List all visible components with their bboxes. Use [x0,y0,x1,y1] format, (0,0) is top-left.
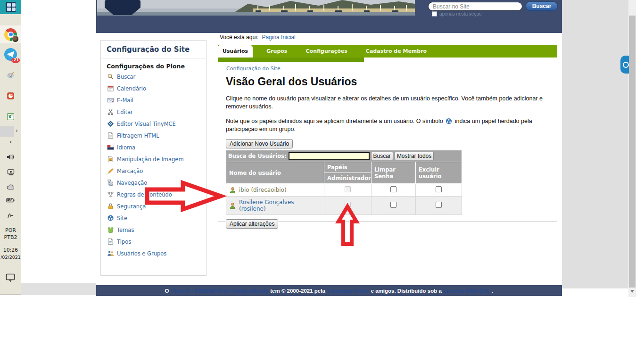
user-groups-tabs: Usuários Grupos Configurações Cadastro d… [218,45,557,58]
table-row: Rosilene Gonçalves (rosilene) [226,197,462,215]
paint-palette-icon [7,72,14,79]
tray-onedrive[interactable] [0,181,21,193]
taskbar-paint[interactable] [0,66,21,84]
footer-foundation-link[interactable]: Fundação Plone [327,288,369,294]
tray-cast[interactable] [0,166,21,178]
user-link[interactable]: ibio (direcaoibio) [239,187,287,193]
sidebar-item-regras-conteudo[interactable]: Regras de Conteúdo [101,189,206,200]
language-indicator-line1[interactable]: POR [0,227,21,233]
powerpoint-icon [7,92,14,99]
sidebar-item-navegacao[interactable]: Navegação [101,177,206,189]
show-all-button[interactable]: Mostrar todos [395,152,434,160]
user-search-button[interactable]: Buscar [371,152,393,160]
tray-volume[interactable] [0,151,21,163]
site-footer: O Plone® - CMS/WCM de Código Aberto tem … [96,285,562,296]
col-remove-user: Excluir usuário [416,162,462,184]
two-users-icon [107,250,114,257]
reset-password-checkbox[interactable] [390,186,396,192]
site-search-input[interactable] [428,2,522,11]
taskbar-excel[interactable]: X [0,107,21,125]
language-indicator-line2[interactable]: PTB2 [0,234,21,240]
remove-user-checkbox[interactable] [436,186,442,192]
tab-usuarios[interactable]: Usuários [218,45,253,58]
action-center[interactable] [6,273,15,282]
tray-hidden-icons[interactable]: › [0,136,21,147]
sidebar-item-seguranca[interactable]: Segurança [101,200,206,212]
sidebar-item-label: Regras de Conteúdo [117,191,172,198]
user-search-input[interactable] [289,152,370,160]
footer-text: e amigos. Distribuído sob a [371,288,442,294]
document-icon [107,132,114,139]
tab-grupos[interactable]: Grupos [262,45,292,58]
breadcrumb-home-link[interactable]: Página Inicial [262,34,295,41]
sidebar-item-temas[interactable]: Temas [101,224,206,236]
clock-time[interactable]: 10:26 [0,247,21,253]
taskbar-powerpoint[interactable] [0,87,21,105]
section-only-checkbox[interactable] [432,11,437,16]
sidebar-item-label: E-Mail [117,97,133,104]
desktop-strip [21,283,96,295]
sidebar-item-calendario[interactable]: Calendário [101,82,206,94]
taskbar-telegram[interactable]: .21 [0,45,21,63]
chat-bubble-icon [6,273,15,282]
user-icon [229,187,236,194]
viewport-right-margin [562,0,628,288]
site-search-button[interactable]: Buscar [526,1,558,11]
table-row: ibio (direcaoibio) [226,184,462,197]
svg-text:X: X [8,115,11,119]
section-only-label: apenas nesta seção [439,11,482,16]
sidebar-item-tipos[interactable]: Tipos [101,236,206,247]
sidebar-item-editar[interactable]: Editar [101,106,206,118]
sidebar-item-manipulacao-imagem[interactable]: Manipulação de Imagem [101,153,206,165]
battery-plug-icon [6,197,15,203]
sidebar-item-label: Buscar [117,74,135,80]
footer-text: . [492,288,493,294]
sidebar-item-idioma[interactable]: Idioma [101,141,206,153]
site-setup-sidebar: Configuração do Site Configurações do Pl… [100,40,206,276]
subtab-strip [218,58,364,62]
footer-license-link[interactable]: Licença GNU GPL [444,288,490,294]
taskbar-scroll-stub[interactable] [0,126,14,137]
admin-checkbox [345,202,351,208]
col-reset-password: Limpar Senha [372,162,416,184]
plone-symbol-icon [446,118,452,124]
sidebar-item-label: Site [117,215,127,222]
calendar-icon [107,85,114,92]
sidebar-item-filtragem-html[interactable]: Filtragem HTML [101,130,206,141]
tab-cadastro-membro[interactable]: Cadastro de Membro [361,45,431,58]
browser-scrollbar[interactable] [628,0,636,297]
pencil-icon [107,167,114,174]
breadcrumb: Você está aqui: Página Inicial [220,34,296,41]
add-new-user-button[interactable]: Adicionar Novo Usuário [226,139,293,148]
sidebar-item-usuarios-grupos[interactable]: Usuários e Grupos [101,247,206,259]
apply-changes-button[interactable]: Aplicar alterações [226,219,278,229]
sidebar-item-label: Idioma [117,144,135,151]
floating-accessibility-button[interactable] [620,56,629,74]
sidebar-item-editor-visual[interactable]: Editor Visual TinyMCE [101,118,206,130]
tray-pen[interactable] [0,209,21,222]
user-link[interactable]: Rosilene Gonçalves (rosilene) [239,199,321,212]
tray-battery[interactable] [0,194,21,206]
sidebar-item-label: Segurança [117,203,146,210]
scrollbar-thumb[interactable] [629,16,636,288]
footer-plone-link[interactable]: Plone® - CMS/WCM de Código Aberto [171,288,269,294]
sidebar-item-buscar[interactable]: Buscar [101,71,206,82]
app-grid-tile[interactable] [0,0,21,14]
taskbar-scroll-chevron-icon[interactable]: › [16,127,18,134]
site-setup-link[interactable]: Configuração do Site [218,62,281,73]
note-before: Note que os papéis definidos aqui se apl… [226,118,443,124]
tab-configuracoes[interactable]: Configurações [301,45,352,58]
sidebar-item-email[interactable]: E-Mail [101,94,206,106]
reset-password-checkbox[interactable] [390,202,396,208]
scrollbar-down-arrow-icon[interactable] [630,290,634,293]
user-search-label: Busca de Usuários: [228,153,287,159]
taskbar-chrome[interactable] [0,25,21,43]
admin-checkbox [345,186,351,192]
sidebar-item-marcacao[interactable]: Marcação [101,165,206,177]
telegram-icon: .21 [4,48,17,61]
clock-date[interactable]: /02/2021 [0,255,21,260]
remove-user-checkbox[interactable] [436,202,442,208]
user-search-row: Busca de Usuários:BuscarMostrar todos [226,150,462,162]
sidebar-item-site[interactable]: Site [101,212,206,224]
col-roles: Papéis [324,162,372,173]
